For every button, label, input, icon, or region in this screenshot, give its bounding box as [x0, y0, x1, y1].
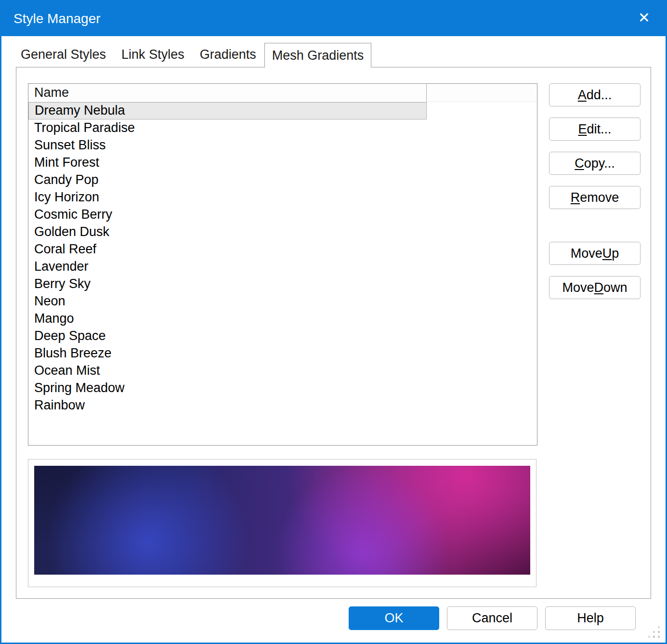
ok-button[interactable]: OK [349, 606, 439, 630]
cancel-button[interactable]: Cancel [447, 606, 537, 630]
resize-grip[interactable] [648, 626, 661, 639]
style-list: Name Dreamy Nebula Tropical Paradise Sun… [28, 83, 537, 446]
list-item[interactable]: Coral Reef [28, 241, 427, 258]
style-manager-dialog: Style Manager ✕ General Styles Link Styl… [0, 0, 667, 644]
remove-button[interactable]: Remove [549, 186, 641, 209]
list-item[interactable]: Golden Dusk [28, 223, 427, 241]
mesh-gradient-preview [34, 466, 530, 575]
list-item[interactable]: Deep Space [28, 328, 427, 345]
edit-button[interactable]: Edit... [549, 118, 641, 141]
move-down-label-key: D [594, 280, 604, 295]
list-item[interactable]: Icy Horizon [28, 189, 427, 206]
copy-label-post: opy... [584, 156, 615, 171]
move-up-button[interactable]: Move Up [549, 242, 641, 265]
tab-mesh-gradients[interactable]: Mesh Gradients [264, 43, 372, 67]
list-item[interactable]: Cosmic Berry [28, 206, 427, 223]
tab-link-styles[interactable]: Link Styles [114, 43, 192, 66]
move-down-button[interactable]: Move Down [549, 276, 641, 299]
action-button-column: Add... Edit... Copy... Remove Move Up Mo… [549, 83, 641, 310]
move-down-label-post: own [603, 280, 628, 295]
help-button[interactable]: Help [545, 606, 636, 630]
list-item[interactable]: Neon [28, 293, 427, 310]
column-header-name: Name [28, 84, 427, 102]
list-item[interactable]: Berry Sky [28, 276, 427, 293]
edit-label-key: E [578, 122, 587, 137]
title-bar: Style Manager ✕ [1, 1, 666, 36]
move-down-label-pre: Move [562, 280, 594, 295]
copy-button[interactable]: Copy... [549, 152, 641, 175]
remove-label-key: R [571, 190, 580, 205]
list-item[interactable]: Mango [28, 310, 427, 328]
footer-button-row: OK Cancel Help [1, 606, 636, 630]
add-label-key: A [578, 88, 587, 103]
move-up-label-post: p [612, 246, 619, 261]
move-up-label-pre: Move [571, 246, 602, 261]
close-icon[interactable]: ✕ [638, 8, 650, 27]
tab-gradients[interactable]: Gradients [193, 43, 263, 66]
list-item[interactable]: Mint Forest [28, 154, 427, 171]
list-header: Name [28, 84, 537, 102]
list-item[interactable]: Candy Pop [28, 171, 427, 189]
add-button[interactable]: Add... [549, 83, 641, 106]
tab-general-styles[interactable]: General Styles [13, 43, 113, 66]
list-item[interactable]: Lavender [28, 258, 427, 276]
list-item[interactable]: Dreamy Nebula [28, 102, 427, 119]
copy-label-key: C [575, 156, 584, 171]
list-item[interactable]: Sunset Bliss [28, 137, 427, 154]
list-rows: Dreamy Nebula Tropical Paradise Sunset B… [28, 102, 537, 414]
list-item[interactable]: Blush Breeze [28, 345, 427, 362]
tab-content-panel: Name Dreamy Nebula Tropical Paradise Sun… [16, 67, 651, 599]
window-title: Style Manager [13, 11, 101, 26]
list-item[interactable]: Tropical Paradise [28, 119, 427, 137]
edit-label-post: dit... [587, 122, 611, 137]
column-header-empty [427, 84, 537, 102]
add-label-post: dd... [587, 88, 612, 103]
list-item[interactable]: Spring Meadow [28, 380, 427, 397]
list-item[interactable]: Rainbow [28, 397, 427, 414]
list-item[interactable]: Ocean Mist [28, 362, 427, 380]
tab-strip: General Styles Link Styles Gradients Mes… [13, 43, 372, 67]
preview-box [28, 459, 536, 587]
move-up-label-key: U [602, 246, 612, 261]
grip-dots [658, 636, 660, 638]
remove-label-post: emove [580, 190, 619, 205]
